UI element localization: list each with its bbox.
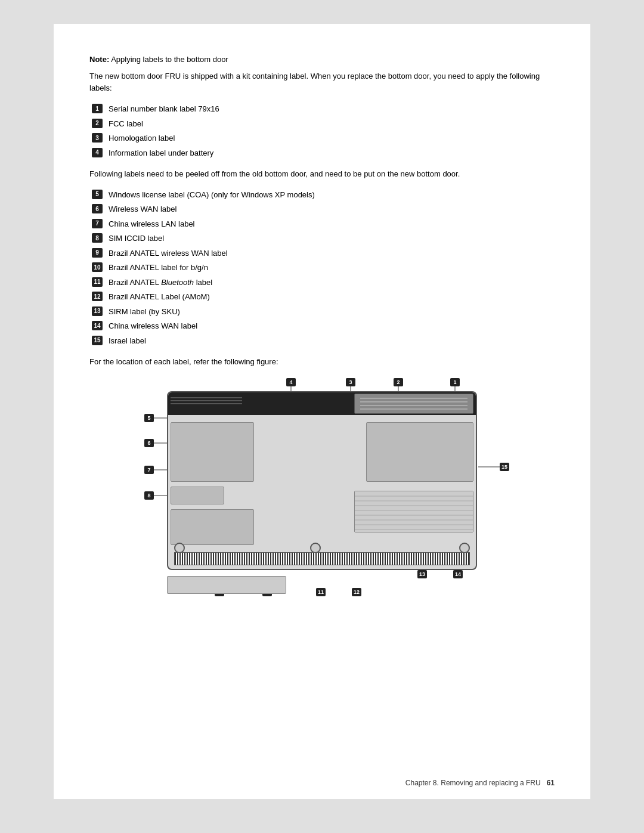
diag-badge-7: 7 [144, 466, 154, 474]
note-label: Note: [89, 55, 109, 64]
separator-text: Following labels need to be peeled off f… [89, 168, 555, 181]
badge-num: 3 [92, 133, 103, 143]
label-item: 10Brazil ANATEL label for b/g/n [92, 262, 555, 274]
label-item: 5Windows license label (COA) (only for W… [92, 189, 555, 201]
badge-num: 14 [92, 321, 103, 330]
battery-bar [168, 392, 476, 415]
label-text: Brazil ANATEL label for b/g/n [109, 262, 208, 274]
peel-labels-list: 5Windows license label (COA) (only for W… [92, 189, 555, 347]
label-item: 11Brazil ANATEL Bluetooth label [92, 277, 555, 289]
label-item: 12Brazil ANATEL Label (AMoM) [92, 291, 555, 303]
diag-badge-5: 5 [144, 414, 154, 422]
badge-num: 15 [92, 336, 103, 345]
badge-num: 10 [92, 262, 103, 272]
label-text: FCC label [109, 118, 143, 130]
battery-label-svg [357, 395, 470, 413]
label-text: Brazil ANATEL Bluetooth label [109, 277, 212, 289]
sticker-left-7 [171, 487, 224, 504]
battery-label-area [354, 394, 473, 414]
badge-num: 8 [92, 233, 103, 243]
footer-page: 61 [547, 779, 555, 787]
sticker-left-8 [171, 509, 254, 545]
diag-badge-3: 3 [346, 378, 355, 386]
badge-num: 6 [92, 204, 103, 213]
label-text: SIM ICCID label [109, 233, 164, 244]
sticker-right-top [366, 422, 473, 482]
page-container: Note: Applying labels to the bottom door… [54, 24, 590, 799]
badge-num: 5 [92, 190, 103, 199]
badge-num: 1 [92, 104, 103, 113]
bottom-sticker-left [167, 576, 286, 594]
diag-badge-15: 15 [500, 463, 509, 471]
label-text: Information label under battery [109, 147, 213, 159]
label-text: Windows license label (COA) (only for Wi… [109, 189, 315, 201]
badge-num: 7 [92, 219, 103, 228]
label-item: 1Serial number blank label 79x16 [92, 103, 555, 115]
diag-badge-8: 8 [144, 491, 154, 500]
label-item: 13SIRM label (by SKU) [92, 306, 555, 318]
intro-text: The new bottom door FRU is shipped with … [89, 70, 555, 95]
svg-rect-4 [355, 491, 473, 532]
apply-labels-list: 1Serial number blank label 79x162FCC lab… [92, 103, 555, 159]
diag-badge-13: 13 [417, 570, 427, 578]
badge-num: 2 [92, 119, 103, 128]
label-text: SIRM label (by SKU) [109, 306, 180, 318]
badge-num: 9 [92, 248, 103, 258]
diag-badge-4: 4 [286, 378, 296, 386]
label-item: 2FCC label [92, 118, 555, 130]
label-text: Israel label [109, 335, 146, 347]
footer-chapter: Chapter 8. Removing and replacing a FRU [405, 779, 541, 787]
laptop-body [167, 391, 477, 570]
label-item: 6Wireless WAN label [92, 203, 555, 215]
diagram: 4 3 2 1 5 6 7 8 15 9 10 11 12 13 14 [113, 373, 531, 600]
badge-num: 13 [92, 306, 103, 316]
note-text: Applying labels to the bottom door [111, 55, 228, 64]
diag-badge-1: 1 [450, 378, 460, 386]
label-text: Wireless WAN label [109, 203, 177, 215]
label-item: 4Information label under battery [92, 147, 555, 159]
sticker-left-6 [171, 422, 254, 482]
label-text: Serial number blank label 79x16 [109, 103, 219, 115]
badge-num: 12 [92, 292, 103, 301]
label-text: Homologation label [109, 132, 175, 144]
diag-badge-2: 2 [394, 378, 403, 386]
label-item: 7China wireless LAN label [92, 218, 555, 230]
diag-badge-12: 12 [352, 588, 361, 596]
sticker-right-bot [354, 491, 473, 532]
label-item: 3Homologation label [92, 132, 555, 144]
label-text: Brazil ANATEL Label (AMoM) [109, 291, 210, 303]
badge-num: 4 [92, 148, 103, 157]
figure-caption: For the location of each label, refer th… [89, 356, 555, 368]
badge-num: 11 [92, 277, 103, 287]
page-footer: Chapter 8. Removing and replacing a FRU … [405, 779, 555, 787]
barcode-stripe [174, 552, 470, 565]
label-text: Brazil ANATEL wireless WAN label [109, 247, 228, 259]
note-line: Note: Applying labels to the bottom door [89, 54, 555, 66]
label-item: 8SIM ICCID label [92, 233, 555, 244]
label-text: China wireless WAN label [109, 320, 197, 332]
diag-badge-6: 6 [144, 439, 154, 447]
diag-badge-11: 11 [316, 588, 326, 596]
label-item: 15Israel label [92, 335, 555, 347]
diag-badge-14: 14 [453, 570, 463, 578]
right-sticker-svg [355, 491, 473, 532]
label-item: 9Brazil ANATEL wireless WAN label [92, 247, 555, 259]
hinge-lines [171, 397, 242, 409]
label-text: China wireless LAN label [109, 218, 195, 230]
label-item: 14China wireless WAN label [92, 320, 555, 332]
